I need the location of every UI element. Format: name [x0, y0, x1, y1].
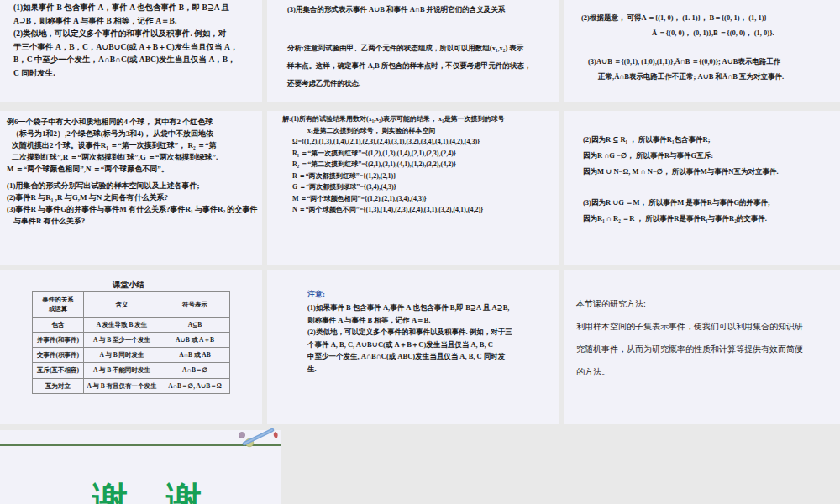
- table-row: 交事件(积事件) A 与 B 同时发生 A∩B 或 AB: [33, 348, 230, 363]
- table-cell: A 与 B 同时发生: [84, 348, 160, 363]
- table-row: 并事件(和事件) A 与 B 至少一个发生 A∪B 或 A＋B: [33, 332, 230, 347]
- problem-statement: (3)用集合的形式表示事件 A∪B 和事件 A∩B 并说明它们的含义及关系: [287, 1, 556, 18]
- table-cell: A 与 B 至少一个发生: [84, 332, 160, 347]
- text-line: 个事件 A, B, C, A∪B∪C(或 A＋B＋C)发生当且仅当 A, B, …: [307, 339, 547, 351]
- text-line: 于三个事件 A，B，C，A∪B∪C(或 A＋B＋C)发生当且仅当 A，: [13, 41, 260, 55]
- text-line: 究随机事件，从而为研究概率的性质和计算等提供有效而简便: [576, 338, 832, 360]
- slide4-text-block: 例6一个袋子中有大小和质地相同的4 个球， 其中有2 个红色球 （标号为1和2）…: [7, 116, 259, 227]
- slide-thumbnail-4[interactable]: 例6一个袋子中有大小和质地相同的4 个球， 其中有2 个红色球 （标号为1和2）…: [0, 111, 262, 265]
- table-cell: A∩B 或 AB: [160, 348, 230, 363]
- text-line: 则称事件 A 与事件 B 相等，记作 A＝B.: [307, 314, 547, 327]
- text-line: (1)用集合的形式分别写出试验的样本空间以及上述各事件;: [7, 180, 259, 192]
- method-title: 本节课的研究方法:: [576, 292, 832, 315]
- text-line: R₂ ＝“第二次摸到红球”={(2,1),(3,1),(4,1),(1,2),(…: [282, 159, 558, 171]
- text-line: (2)类似地，可以定义多个事件的和事件以及积事件. 例如，对于三: [307, 326, 547, 339]
- text-line: Ā ＝{(0, 0)， (0, 1)},B̄ ＝{(0, 0)， (1, 0)…: [581, 25, 837, 40]
- table-cell: A 与 B 有且仅有一个发生: [84, 378, 160, 393]
- table-header-cell: 符号表示: [160, 292, 230, 318]
- text-line: (3)A∪B ＝{(0,1), (1,0),(1,1)},Ā∩B̄ ＝{(0,…: [581, 54, 837, 69]
- text-line: (2)类似地，可以定义多个事件的和事件以及积事件. 例如，对: [13, 28, 260, 41]
- table-cell: A 发生导致 B 发生: [84, 317, 160, 332]
- table-header-cell: 含义: [84, 292, 160, 318]
- text-line: N ＝“两个球颜色不同”={(1,3),(1,4),(2,3),(2,4),(3…: [282, 204, 558, 216]
- text-line: R ＝“两次都摸到红球”={(1,2),(2,1)}: [282, 171, 558, 182]
- table-cell: 包含: [33, 317, 84, 332]
- pencil-clipart-icon: [232, 422, 284, 449]
- table-row: 互斥(互不相容) A 与 B 不能同时发生 A∩B＝∅: [33, 363, 230, 378]
- slide-thumbnail-3[interactable]: (2)根据题意， 可得A ＝{(1, 0)， (1. 1)}， B＝{(0, 1…: [564, 0, 840, 102]
- summary-title: 课堂小结: [32, 280, 225, 291]
- text-line: 因为M ∪ N=Ω, M ∩ N=∅， 所以事件M与事件N互为对立事件.: [583, 164, 837, 180]
- table-cell: A∪B 或 A＋B: [160, 332, 230, 347]
- text-line: G ＝“两次都摸到绿球”={(3,4),(4,3)}: [282, 181, 558, 193]
- text-line: A⊇B，则称事件 A 与事件 B 相等，记作 A＝B.: [13, 15, 260, 29]
- text-line: (1)如果事件 B 包含事件 A,事件 A 也包含事件 B,即 B⊇A 且 A⊇…: [307, 302, 547, 314]
- slide-thumbnail-6[interactable]: (2)因为R ⊆ R₁ ， 所以事件R₁包含事件R; 因为R ∩G =∅， 所以…: [564, 111, 840, 265]
- table-cell: A∩B＝∅: [160, 363, 230, 378]
- table-cell: 互斥(互不相容): [33, 363, 84, 378]
- text-line: 分析:注意到试验由甲、乙两个元件的状态组成，所以可以用数组(x₁,x₂) 表示: [287, 39, 556, 57]
- slide5-text-block: 解:(1)所有的试验结果用数对(x₁,x₂)表示可能的结果， x₁是第一次摸到的…: [282, 113, 558, 216]
- table-cell: A 与 B 不能同时发生: [84, 363, 160, 378]
- table-cell: 并事件(和事件): [33, 332, 84, 347]
- text-line: (2)根据题意， 可得A ＝{(1, 0)， (1. 1)}， B＝{(0, 1…: [581, 10, 837, 25]
- table-row: 互为对立 A 与 B 有且仅有一个发生 A∩B＝∅, A∪B＝Ω: [33, 378, 230, 393]
- text-line: 次随机摸出2 个球。设事件R₁ ＝“第一次摸到红球”， R₂ ＝“第: [7, 139, 259, 151]
- table-cell: 交事件(积事件): [33, 348, 84, 363]
- text-line: 利用样本空间的子集表示事件，使我们可以利用集合的知识研: [576, 315, 832, 338]
- thanks-text: 谢谢: [92, 482, 240, 504]
- slide3-text-block: (2)根据题意， 可得A ＝{(1, 0)， (1. 1)}， B＝{(0, 1…: [581, 10, 837, 84]
- slide-thumbnail-2[interactable]: (3)用集合的形式表示事件 A∪B 和事件 A∩B 并说明它们的含义及关系 分析…: [267, 0, 559, 102]
- text-line: 解:(1)所有的试验结果用数对(x₁,x₂)表示可能的结果， x₁是第一次摸到的…: [282, 113, 558, 125]
- text-line: 样本点。这样，确定事件 A,B 所包含的样本点时，不仅要考虑甲元件的状态，: [287, 57, 556, 75]
- text-line: 与事件R 有什么关系?: [7, 215, 259, 227]
- slide-thumbnail-8[interactable]: 注意: (1)如果事件 B 包含事件 A,事件 A 也包含事件 B,即 B⊇A …: [267, 270, 559, 424]
- text-line: 二次摸到红球”,R ＝“两次都摸到红球”,G ＝“两次都摸到绿球”.: [7, 151, 259, 163]
- table-cell: A⊆B: [160, 317, 230, 332]
- slide-sorter-canvas: { "app": { "view": "slide-sorter", "back…: [0, 0, 840, 504]
- text-line: 正常,Ā∩B̄表示电路工作不正常; A∪B 和Ā∩B̄ 互为对立事件.: [581, 69, 837, 84]
- table-header-cell: 事件的关系 或运算: [33, 292, 84, 318]
- text-line: Ω={(1,2),(1,3),(1,4),(2,1),(2,3),(2,4),(…: [282, 136, 558, 148]
- text-line: (1)如果事件 B 包含事件 A，事件 A 也包含事件 B，即 B⊇A 且: [13, 2, 260, 15]
- table-header-row: 事件的关系 或运算 含义 符号表示: [33, 292, 230, 318]
- table-cell: A∩B＝∅, A∪B＝Ω: [160, 378, 230, 393]
- text-line: x₂是第二次摸到的球号， 则实验的样本空间: [282, 125, 558, 137]
- text-line: 因为R ∩G =∅， 所以事件R与事件G互斥:: [583, 148, 837, 164]
- text-line: M ＝“两个球颜色相同”,N ＝“两个球颜色不同”。: [7, 163, 259, 175]
- slide2-text-block: (3)用集合的形式表示事件 A∪B 和事件 A∩B 并说明它们的含义及关系 分析…: [287, 1, 556, 92]
- analysis-block: 分析:注意到试验由甲、乙两个元件的状态组成，所以可以用数组(x₁,x₂) 表示 …: [287, 39, 556, 92]
- note-label: 注意:: [307, 289, 325, 300]
- text-line: 还要考虑乙元件的状态.: [287, 75, 556, 92]
- slide9-text-block: 本节课的研究方法: 利用样本空间的子集表示事件，使我们可以利用集合的知识研 究随…: [576, 292, 832, 383]
- summary-table: 事件的关系 或运算 含义 符号表示 包含 A 发生导致 B 发生 A⊆B 并事件…: [32, 291, 230, 394]
- slide6-text-block: (2)因为R ⊆ R₁ ， 所以事件R₁包含事件R; 因为R ∩G =∅， 所以…: [583, 132, 837, 227]
- slide-thumbnail-9[interactable]: 本节课的研究方法: 利用样本空间的子集表示事件，使我们可以利用集合的知识研 究随…: [564, 270, 840, 424]
- text-line: C 同时发生.: [13, 67, 260, 81]
- slide-thumbnail-7[interactable]: 课堂小结 事件的关系 或运算 含义 符号表示 包含 A 发生导致 B 发生 A⊆…: [0, 270, 262, 424]
- text-line: R₁ ＝“第一次摸到红球”={(1,2),(1,3),(1,4),(2,1),(…: [282, 148, 558, 160]
- text-line: 的方法。: [576, 360, 832, 383]
- text-line: (3)事件R 与事件G的并事件与事件M 有什么关系?事件R₁ 与事件R₂ 的交事…: [7, 203, 259, 215]
- table-row: 包含 A 发生导致 B 发生 A⊆B: [33, 317, 230, 332]
- text-line: B，C 中至少一个发生，A∩B∩C(或 ABC)发生当且仅当 A，B，: [13, 54, 260, 67]
- slide-thumbnail-5[interactable]: 解:(1)所有的试验结果用数对(x₁,x₂)表示可能的结果， x₁是第一次摸到的…: [267, 111, 559, 265]
- text-line: (2)事件R 与R₁ ,R 与G,M 与N 之间各有什么关系?: [7, 192, 259, 203]
- slide-thumbnail-1[interactable]: (1)如果事件 B 包含事件 A，事件 A 也包含事件 B，即 B⊇A 且 A⊇…: [0, 0, 262, 102]
- text-line: 因为R₁ ∩ R₂ ＝R ， 所以事件R是事件R₁与事件R₂的交事件.: [583, 211, 837, 227]
- text-line: M ＝“两个球颜色相同”={(1,2),(2,1),(3,4),(4,3)}: [282, 193, 558, 205]
- text-line: 生.: [307, 363, 547, 375]
- text-line: 中至少一个发生, A∩B∩C(或 ABC)发生当且仅当 A, B, C 同时发: [307, 350, 547, 363]
- text-line: （标号为1和2）,2个绿色球(标号为3和4)， 从袋中不放回地依: [7, 128, 259, 139]
- slide1-text-block: (1)如果事件 B 包含事件 A，事件 A 也包含事件 B，即 B⊇A 且 A⊇…: [13, 2, 260, 80]
- text-line: (3)因为R ∪G ＝M， 所以事件M 是事件R与事件G的并事件;: [583, 195, 837, 211]
- slide8-text-block: (1)如果事件 B 包含事件 A,事件 A 也包含事件 B,即 B⊇A 且 A⊇…: [307, 302, 547, 375]
- text-line: (2)因为R ⊆ R₁ ， 所以事件R₁包含事件R;: [583, 132, 837, 148]
- text-line: 例6一个袋子中有大小和质地相同的4 个球， 其中有2 个红色球: [7, 116, 259, 128]
- table-cell: 互为对立: [33, 378, 84, 393]
